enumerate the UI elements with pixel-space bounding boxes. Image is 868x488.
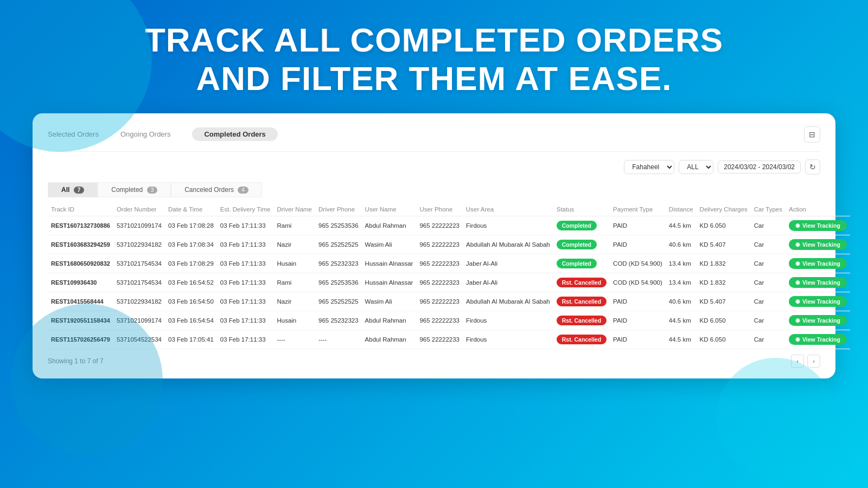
cell-status: Completed	[553, 254, 610, 273]
cell-date-time: 03 Feb 16:54:52	[165, 273, 217, 292]
cell-action: View Tracking	[786, 216, 850, 235]
status-badge: Completed	[557, 240, 597, 249]
cell-payment-type: PAID	[610, 292, 666, 311]
view-tracking-button[interactable]: View Tracking	[789, 258, 847, 269]
table-row: REST1607132730886 5371021099174 03 Feb 1…	[48, 216, 850, 235]
col-car-types: Car Types	[751, 203, 786, 216]
orders-table: Track ID Order Number Date & Time Est. D…	[48, 203, 850, 349]
sub-tab-all-badge: 7	[74, 187, 85, 194]
view-tracking-button[interactable]: View Tracking	[789, 296, 847, 307]
cell-action: View Tracking	[786, 273, 850, 292]
cell-date-time: 03 Feb 17:05:41	[165, 330, 217, 349]
type-filter[interactable]: ALL	[679, 160, 713, 174]
cell-car-types: Car	[751, 292, 786, 311]
cell-user-area: Jaber Al-Ali	[463, 273, 553, 292]
cell-user-area: Abdullah Al Mubarak Al Sabah	[463, 292, 553, 311]
sub-tab-completed-badge: 3	[147, 187, 158, 194]
cell-payment-type: PAID	[610, 311, 666, 330]
refresh-button[interactable]: ↻	[805, 159, 820, 175]
table-header: Track ID Order Number Date & Time Est. D…	[48, 203, 850, 216]
col-track-id: Track ID	[48, 203, 113, 216]
cell-delivery-charges: KD 5.407	[697, 292, 751, 311]
col-date-time: Date & Time	[165, 203, 217, 216]
table-row: REST1157026256479 5371054522534 03 Feb 1…	[48, 330, 850, 349]
cell-est-delivery: 03 Feb 17:11:33	[217, 254, 274, 273]
col-user-name: User Name	[362, 203, 417, 216]
cell-track-id: REST1603683294259	[48, 235, 113, 254]
cell-action: View Tracking	[786, 330, 850, 349]
status-badge: Rst. Cancelled	[557, 278, 607, 287]
view-tracking-button[interactable]: View Tracking	[789, 220, 847, 231]
cell-driver-phone: 965 25252525	[315, 292, 362, 311]
view-tracking-button[interactable]: View Tracking	[789, 334, 847, 345]
cell-driver-name: ----	[273, 330, 315, 349]
cell-driver-phone: 965 25232323	[315, 254, 362, 273]
status-badge: Completed	[557, 221, 597, 230]
view-tracking-button[interactable]: View Tracking	[789, 315, 847, 326]
tab-completed-orders[interactable]: Completed Orders	[192, 127, 277, 141]
cell-payment-type: COD (KD 54.900)	[610, 254, 666, 273]
status-badge: Rst. Cancelled	[557, 297, 607, 306]
cell-status: Rst. Cancelled	[553, 292, 610, 311]
cell-user-area: Abdullah Al Mubarak Al Sabah	[463, 235, 553, 254]
col-user-area: User Area	[463, 203, 553, 216]
view-tracking-button[interactable]: View Tracking	[789, 239, 847, 250]
cell-user-name: Hussain Alnassar	[362, 254, 417, 273]
cell-delivery-charges: KD 5.407	[697, 235, 751, 254]
table-row: REST1920551158434 5371021099174 03 Feb 1…	[48, 311, 850, 330]
cell-action: View Tracking	[786, 235, 850, 254]
cell-action: View Tracking	[786, 254, 850, 273]
cell-driver-name: Nazir	[273, 292, 315, 311]
table-row: REST109936430 5371021754534 03 Feb 16:54…	[48, 273, 850, 292]
cell-car-types: Car	[751, 311, 786, 330]
cell-track-id: REST1680650920832	[48, 254, 113, 273]
cell-date-time: 03 Feb 16:54:54	[165, 311, 217, 330]
next-page-button[interactable]: ›	[807, 355, 820, 368]
cell-driver-name: Nazir	[273, 235, 315, 254]
cell-driver-name: Rami	[273, 273, 315, 292]
date-range-picker[interactable]: 2024/03/02 - 2024/03/02	[718, 160, 801, 174]
cell-user-phone: 965 22222233	[416, 330, 463, 349]
cell-car-types: Car	[751, 273, 786, 292]
cell-distance: 44.5 km	[666, 311, 697, 330]
cell-date-time: 03 Feb 17:08:28	[165, 216, 217, 235]
col-payment-type: Payment Type	[610, 203, 666, 216]
cell-order-number: 5371022934182	[113, 235, 165, 254]
cell-car-types: Car	[751, 330, 786, 349]
cell-driver-name: Husain	[273, 254, 315, 273]
cell-user-name: Wasim Ali	[362, 292, 417, 311]
cell-est-delivery: 03 Feb 17:11:33	[217, 235, 274, 254]
tab-ongoing-orders[interactable]: Ongoing Orders	[120, 128, 171, 140]
cell-status: Completed	[553, 235, 610, 254]
sub-tab-completed[interactable]: Completed 3	[98, 182, 171, 197]
cell-distance: 40.6 km	[666, 235, 697, 254]
cell-user-phone: 965 22222233	[416, 311, 463, 330]
sub-tab-canceled-badge: 4	[238, 187, 248, 194]
cell-car-types: Car	[751, 216, 786, 235]
cell-payment-type: PAID	[610, 235, 666, 254]
col-status: Status	[553, 203, 610, 216]
cell-driver-phone: 965 25253536	[315, 273, 362, 292]
table-row: REST10415568444 5371022934182 03 Feb 16:…	[48, 292, 850, 311]
sub-tab-all[interactable]: All 7	[48, 182, 98, 197]
cell-status: Rst. Cancelled	[553, 330, 610, 349]
sub-tab-all-label: All	[61, 186, 69, 194]
cell-car-types: Car	[751, 235, 786, 254]
col-distance: Distance	[666, 203, 697, 216]
sub-tab-canceled-label: Canceled Orders	[184, 186, 234, 194]
view-tracking-button[interactable]: View Tracking	[789, 277, 847, 288]
sub-tab-canceled[interactable]: Canceled Orders 4	[171, 182, 262, 197]
cell-driver-phone: ----	[315, 330, 362, 349]
area-filter[interactable]: Fahaheel	[624, 160, 674, 174]
cell-est-delivery: 03 Feb 17:11:33	[217, 273, 274, 292]
cell-car-types: Car	[751, 254, 786, 273]
col-driver-phone: Driver Phone	[315, 203, 362, 216]
cell-delivery-charges: KD 6.050	[697, 330, 751, 349]
export-icon-btn[interactable]: ⊟	[804, 126, 820, 143]
col-est-delivery: Est. Delivery Time	[217, 203, 274, 216]
cell-payment-type: PAID	[610, 216, 666, 235]
cell-distance: 44.5 km	[666, 216, 697, 235]
cell-date-time: 03 Feb 17:08:34	[165, 235, 217, 254]
cell-user-phone: 965 22222223	[416, 235, 463, 254]
filter-row: Fahaheel ALL 2024/03/02 - 2024/03/02 ↻	[48, 159, 820, 175]
